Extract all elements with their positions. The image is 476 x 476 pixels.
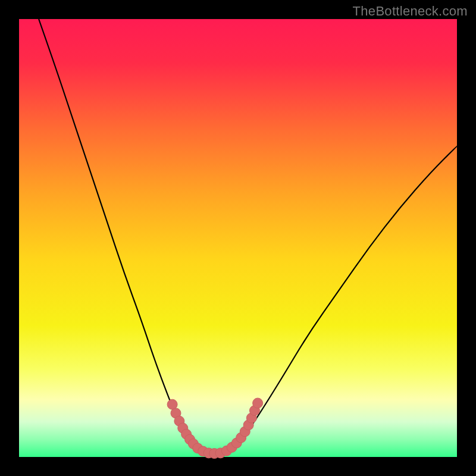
watermark-text: TheBottleneck.com bbox=[353, 4, 468, 19]
gradient-plot-area bbox=[19, 19, 457, 457]
chart-svg bbox=[0, 0, 476, 476]
marker-dot bbox=[253, 398, 263, 408]
bottleneck-chart: TheBottleneck.com bbox=[0, 0, 476, 476]
